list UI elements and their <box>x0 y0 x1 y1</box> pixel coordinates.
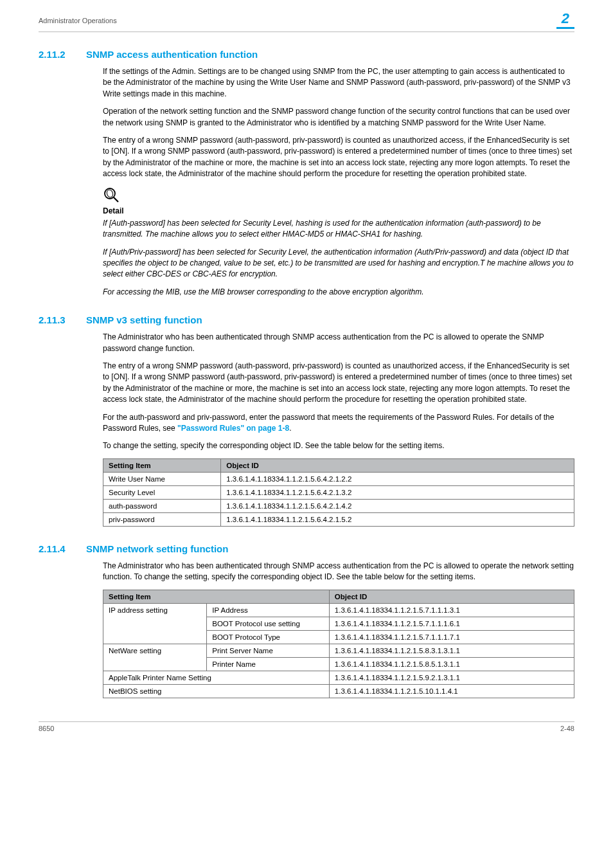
detail-paragraph: If [Auth-password] has been selected for… <box>103 218 574 240</box>
detail-block: Detail If [Auth-password] has been selec… <box>103 206 574 298</box>
page-header: Administrator Operations 2 <box>39 12 574 32</box>
table-row: Security Level1.3.6.1.4.1.18334.1.1.2.1.… <box>103 485 574 499</box>
object-id-cell: 1.3.6.1.4.1.18334.1.1.2.1.5.6.4.2.1.3.2 <box>221 485 574 499</box>
snmp-v3-settings-table: Setting Item Object ID Write User Name1.… <box>103 458 574 527</box>
section-2-11-4-heading: 2.11.4 SNMP network setting function <box>39 543 574 554</box>
detail-label: Detail <box>103 206 574 217</box>
svg-line-2 <box>114 197 118 202</box>
table-row: priv-password1.3.6.1.4.1.18334.1.1.2.1.5… <box>103 512 574 526</box>
object-id-cell: 1.3.6.1.4.1.18334.1.1.2.1.5.10.1.1.4.1 <box>329 684 574 698</box>
header-left: Administrator Operations <box>39 17 117 24</box>
section-2-11-2-body: If the settings of the Admin. Settings a… <box>103 66 574 180</box>
table-row: Write User Name1.3.6.1.4.1.18334.1.1.2.1… <box>103 472 574 485</box>
password-rules-link[interactable]: "Password Rules" on page 1-8 <box>177 424 289 433</box>
section-title: SNMP access authentication function <box>86 49 258 60</box>
setting-item-cell: Security Level <box>103 485 221 499</box>
setting-subitem-cell: BOOT Protocol use setting <box>207 617 330 630</box>
table-row: NetWare settingPrint Server Name1.3.6.1.… <box>103 644 574 657</box>
paragraph: The entry of a wrong SNMP password (auth… <box>103 135 574 180</box>
section-title: SNMP network setting function <box>86 543 228 554</box>
setting-category-cell: NetWare setting <box>103 644 207 671</box>
paragraph: To change the setting, specify the corre… <box>103 440 574 451</box>
setting-category-cell: IP address setting <box>103 603 207 644</box>
paragraph: For the auth-password and priv-password,… <box>103 412 574 435</box>
table-header: Setting Item <box>103 590 330 603</box>
paragraph: Operation of the network setting functio… <box>103 106 574 129</box>
footer-left: 8650 <box>39 725 54 732</box>
table-header: Object ID <box>329 590 574 603</box>
paragraph: The Administrator who has been authentic… <box>103 332 574 354</box>
detail-paragraph: If [Auth/Priv-password] has been selecte… <box>103 247 574 280</box>
section-2-11-4-body: The Administrator who has been authentic… <box>103 561 574 583</box>
object-id-cell: 1.3.6.1.4.1.18334.1.1.2.1.5.6.4.2.1.5.2 <box>221 512 574 526</box>
text: For the auth-password and priv-password,… <box>103 413 554 433</box>
setting-item-cell: auth-password <box>103 499 221 512</box>
page-footer: 8650 2-48 <box>39 721 574 732</box>
paragraph: The Administrator who has been authentic… <box>103 561 574 583</box>
object-id-cell: 1.3.6.1.4.1.18334.1.1.2.1.5.7.1.1.1.7.1 <box>329 630 574 644</box>
table-row: AppleTalk Printer Name Setting1.3.6.1.4.… <box>103 671 574 684</box>
magnifier-icon <box>103 186 574 204</box>
section-number: 2.11.2 <box>39 49 71 60</box>
section-number: 2.11.4 <box>39 543 71 554</box>
section-2-11-3-heading: 2.11.3 SNMP v3 setting function <box>39 314 574 325</box>
table-row: NetBIOS setting1.3.6.1.4.1.18334.1.1.2.1… <box>103 684 574 698</box>
object-id-cell: 1.3.6.1.4.1.18334.1.1.2.1.5.9.2.1.3.1.1 <box>329 671 574 684</box>
setting-subitem-cell: Printer Name <box>207 657 330 671</box>
setting-item-cell: priv-password <box>103 512 221 526</box>
object-id-cell: 1.3.6.1.4.1.18334.1.1.2.1.5.6.4.2.1.4.2 <box>221 499 574 512</box>
section-number: 2.11.3 <box>39 314 71 325</box>
object-id-cell: 1.3.6.1.4.1.18334.1.1.2.1.5.8.5.1.3.1.1 <box>329 657 574 671</box>
object-id-cell: 1.3.6.1.4.1.18334.1.1.2.1.5.6.4.2.1.2.2 <box>221 472 574 485</box>
text: . <box>289 424 291 433</box>
chapter-number-badge: 2 <box>556 12 574 29</box>
svg-point-1 <box>106 188 114 197</box>
section-2-11-3-body: The Administrator who has been authentic… <box>103 332 574 452</box>
object-id-cell: 1.3.6.1.4.1.18334.1.1.2.1.5.7.1.1.1.3.1 <box>329 603 574 617</box>
table-header: Object ID <box>221 458 574 472</box>
setting-subitem-cell: BOOT Protocol Type <box>207 630 330 644</box>
setting-subitem-cell: Print Server Name <box>207 644 330 657</box>
setting-item-cell: AppleTalk Printer Name Setting <box>103 671 330 684</box>
setting-item-cell: Write User Name <box>103 472 221 485</box>
table-row: auth-password1.3.6.1.4.1.18334.1.1.2.1.5… <box>103 499 574 512</box>
setting-subitem-cell: IP Address <box>207 603 330 617</box>
object-id-cell: 1.3.6.1.4.1.18334.1.1.2.1.5.7.1.1.1.6.1 <box>329 617 574 630</box>
setting-item-cell: NetBIOS setting <box>103 684 330 698</box>
paragraph: The entry of a wrong SNMP password (auth… <box>103 361 574 406</box>
section-title: SNMP v3 setting function <box>86 314 202 325</box>
snmp-network-settings-table: Setting Item Object ID IP address settin… <box>103 590 574 698</box>
object-id-cell: 1.3.6.1.4.1.18334.1.1.2.1.5.8.3.1.3.1.1 <box>329 644 574 657</box>
footer-right: 2-48 <box>560 725 574 732</box>
paragraph: If the settings of the Admin. Settings a… <box>103 66 574 100</box>
table-header: Setting Item <box>103 458 221 472</box>
table-row: IP address settingIP Address1.3.6.1.4.1.… <box>103 603 574 617</box>
section-2-11-2-heading: 2.11.2 SNMP access authentication functi… <box>39 49 574 60</box>
detail-paragraph: For accessing the MIB, use the MIB brows… <box>103 287 574 298</box>
